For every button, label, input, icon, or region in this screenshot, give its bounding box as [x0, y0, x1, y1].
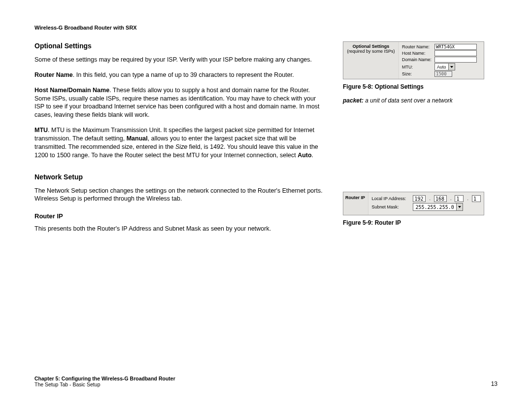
fig58-mtu-value: Auto	[435, 65, 448, 69]
router-name-text: . In this field, you can type a name of …	[73, 71, 294, 78]
fig59-ip-oct4[interactable]	[472, 195, 481, 202]
product-header: Wireless-G Broadband Router with SRX	[34, 25, 498, 31]
glossary-packet: packet: a unit of data sent over a netwo…	[343, 97, 498, 104]
dot: .	[429, 196, 431, 201]
mtu-manual: Manual	[127, 135, 148, 142]
fig59-subnet-select[interactable]: 255.255.255.0	[413, 203, 463, 211]
fig58-router-name-input[interactable]	[434, 44, 477, 50]
chevron-down-icon	[448, 64, 455, 70]
dot: .	[466, 196, 469, 201]
fig59-caption: Figure 5-9: Router IP	[343, 219, 498, 226]
fig58-domain-name-input[interactable]	[434, 57, 477, 63]
dot: .	[450, 196, 452, 201]
optional-intro: Some of these settings may be required b…	[34, 56, 325, 64]
fig58-size-label: Size:	[402, 71, 432, 76]
chevron-down-icon	[456, 204, 463, 210]
fig58-host-name-input[interactable]	[434, 50, 477, 56]
fig59-ip-oct3[interactable]	[455, 195, 464, 202]
fig59-subnet-value: 255.255.255.0	[413, 205, 456, 210]
figure-5-8: Optional Settings (required by some ISPs…	[343, 41, 484, 79]
page-footer: Chapter 5: Configuring the Wireless-G Br…	[34, 376, 498, 387]
router-name-label: Router Name	[34, 71, 73, 78]
mtu-text-d: .	[312, 152, 313, 159]
router-name-para: Router Name. In this field, you can type…	[34, 71, 325, 79]
glossary-def: a unit of data sent over a network	[364, 97, 453, 104]
fig58-mtu-label: MTU:	[402, 65, 432, 69]
fig59-left-panel: Router IP	[343, 192, 368, 215]
host-domain-label: Host Name/Domain Name	[34, 87, 109, 94]
footer-tab: The Setup Tab - Basic Setup	[34, 381, 175, 387]
fig59-local-ip-label: Local IP Address:	[371, 196, 410, 201]
router-ip-text: This presents both the Router's IP Addre…	[34, 225, 325, 233]
network-intro: The Network Setup section changes the se…	[34, 187, 325, 204]
host-domain-para: Host Name/Domain Name. These fields allo…	[34, 86, 325, 120]
figure-5-9: Router IP Local IP Address: . . . Subnet…	[343, 192, 484, 215]
mtu-para: MTU. MTU is the Maximum Transmission Uni…	[34, 126, 325, 160]
fig59-ip-oct1[interactable]	[413, 195, 426, 202]
fig58-caption: Figure 5-8: Optional Settings	[343, 83, 498, 90]
footer-chapter: Chapter 5: Configuring the Wireless-G Br…	[34, 376, 175, 381]
fig58-size-input	[434, 71, 452, 77]
optional-settings-heading: Optional Settings	[34, 41, 325, 51]
network-setup-heading: Network Setup	[34, 172, 325, 182]
mtu-auto: Auto	[298, 152, 311, 159]
fig58-host-name-label: Host Name:	[402, 51, 432, 56]
fig58-left-panel: Optional Settings (required by some ISPs…	[343, 42, 399, 79]
fig59-ip-oct2[interactable]	[434, 195, 447, 202]
mtu-size-word: Size	[175, 143, 187, 150]
fig59-subnet-label: Subnet Mask:	[371, 205, 410, 209]
fig58-panel-title2: (required by some ISPs)	[344, 49, 398, 54]
fig58-mtu-select[interactable]: Auto	[434, 63, 455, 70]
figures-column: Optional Settings (required by some ISPs…	[343, 41, 498, 240]
fig58-router-name-label: Router Name:	[402, 44, 432, 49]
glossary-term: packet:	[343, 97, 364, 104]
fig58-panel-title1: Optional Settings	[344, 44, 398, 49]
main-text-column: Optional Settings Some of these settings…	[34, 41, 325, 240]
page-number: 13	[491, 380, 498, 387]
mtu-label: MTU	[34, 127, 48, 134]
fig58-domain-name-label: Domain Name:	[402, 57, 432, 62]
router-ip-heading: Router IP	[34, 212, 325, 221]
